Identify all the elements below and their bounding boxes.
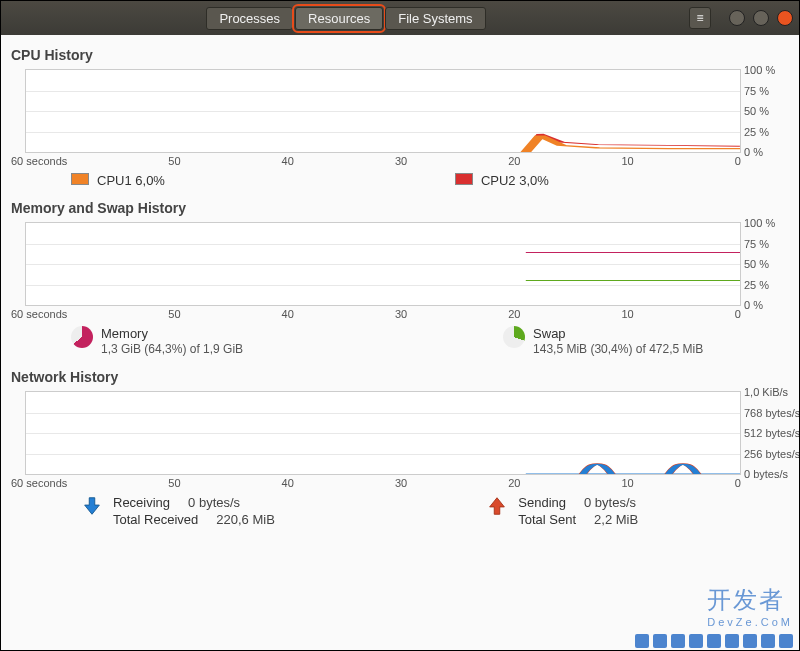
upload-arrow-icon — [486, 495, 508, 517]
sending-rate: 0 bytes/s — [584, 495, 644, 512]
cpu2-legend-item[interactable]: CPU2 3,0% — [455, 173, 549, 188]
window-minimize-button[interactable] — [729, 10, 745, 26]
cpu1-color-swatch — [71, 173, 89, 185]
tab-processes[interactable]: Processes — [206, 7, 293, 30]
system-tray — [635, 634, 793, 648]
memory-y-axis-labels: 100 %75 %50 %25 %0 % — [744, 217, 800, 311]
tab-resources[interactable]: Resources — [295, 7, 383, 30]
tray-icon[interactable] — [707, 634, 721, 648]
total-sent-label: Total Sent — [518, 512, 576, 529]
tray-icon[interactable] — [725, 634, 739, 648]
memory-pie-icon — [71, 326, 93, 348]
swap-pie-icon — [503, 326, 525, 348]
hamburger-menu-button[interactable]: ≡ — [689, 7, 711, 29]
tray-icon[interactable] — [689, 634, 703, 648]
cpu-history-title: CPU History — [11, 41, 789, 69]
network-y-axis-labels: 1,0 KiB/s768 bytes/s512 bytes/s256 bytes… — [744, 386, 800, 480]
memory-history-graph: 100 %75 %50 %25 %0 % — [25, 222, 741, 306]
tray-icon[interactable] — [761, 634, 775, 648]
network-x-axis-labels: 60 seconds50403020100 — [11, 477, 741, 489]
total-sent-value: 2,2 MiB — [594, 512, 654, 529]
cpu-y-axis-labels: 100 % 75 % 50 % 25 % 0 % — [744, 64, 800, 158]
tray-icon[interactable] — [671, 634, 685, 648]
receiving-legend-item[interactable]: Receiving0 bytes/s Total Received220,6 M… — [81, 495, 276, 529]
receiving-label: Receiving — [113, 495, 170, 512]
view-tabs: Processes Resources File Systems — [206, 7, 485, 30]
tray-icon[interactable] — [635, 634, 649, 648]
network-history-title: Network History — [11, 363, 789, 391]
swap-label: Swap — [533, 326, 703, 342]
memory-history-title: Memory and Swap History — [11, 194, 789, 222]
swap-legend-item[interactable]: Swap 143,5 MiB (30,4%) of 472,5 MiB — [503, 326, 703, 357]
window-close-button[interactable] — [777, 10, 793, 26]
cpu1-legend-item[interactable]: CPU1 6,0% — [71, 173, 165, 188]
cpu1-label: CPU1 6,0% — [97, 173, 165, 188]
window-maximize-button[interactable] — [753, 10, 769, 26]
memory-legend: Memory 1,3 GiB (64,3%) of 1,9 GiB Swap 1… — [11, 324, 789, 363]
total-received-label: Total Received — [113, 512, 198, 529]
memory-label: Memory — [101, 326, 243, 342]
memory-value: 1,3 GiB (64,3%) of 1,9 GiB — [101, 342, 243, 357]
swap-value: 143,5 MiB (30,4%) of 472,5 MiB — [533, 342, 703, 357]
network-legend: Receiving0 bytes/s Total Received220,6 M… — [11, 493, 789, 529]
sending-label: Sending — [518, 495, 566, 512]
tray-icon[interactable] — [743, 634, 757, 648]
memory-legend-item[interactable]: Memory 1,3 GiB (64,3%) of 1,9 GiB — [71, 326, 243, 357]
cpu2-color-swatch — [455, 173, 473, 185]
watermark: 开发者 DevZe.CoM — [707, 584, 793, 628]
tray-icon[interactable] — [779, 634, 793, 648]
receiving-rate: 0 bytes/s — [188, 495, 248, 512]
total-received-value: 220,6 MiB — [216, 512, 276, 529]
tray-icon[interactable] — [653, 634, 667, 648]
tab-filesystems[interactable]: File Systems — [385, 7, 485, 30]
content-area: CPU History 100 % 75 % 50 % 25 % 0 % 60 … — [1, 35, 799, 529]
download-arrow-icon — [81, 495, 103, 517]
sending-legend-item[interactable]: Sending0 bytes/s Total Sent2,2 MiB — [486, 495, 654, 529]
cpu2-label: CPU2 3,0% — [481, 173, 549, 188]
cpu-legend: CPU1 6,0% CPU2 3,0% — [11, 171, 789, 194]
cpu-history-graph: 100 % 75 % 50 % 25 % 0 % — [25, 69, 741, 153]
network-history-graph: 1,0 KiB/s768 bytes/s512 bytes/s256 bytes… — [25, 391, 741, 475]
titlebar: Processes Resources File Systems ≡ — [1, 1, 799, 35]
memory-x-axis-labels: 60 seconds50403020100 — [11, 308, 741, 320]
cpu-x-axis-labels: 60 seconds50403020100 — [11, 155, 741, 167]
